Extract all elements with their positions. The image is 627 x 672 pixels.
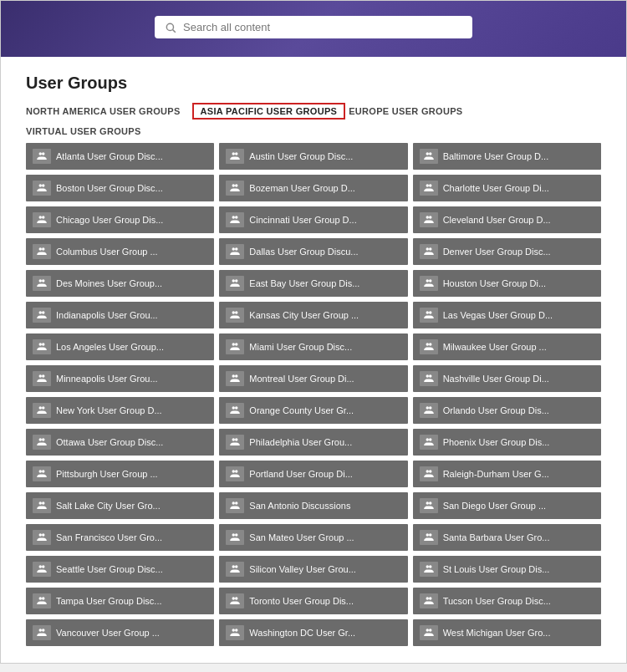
group-icon xyxy=(420,530,438,545)
group-item[interactable]: Charlotte User Group Di... xyxy=(413,175,601,201)
svg-point-64 xyxy=(232,470,236,473)
svg-point-45 xyxy=(42,374,45,378)
group-item[interactable]: Cincinnati User Group D... xyxy=(219,206,407,233)
group-item[interactable]: Toronto User Group Dis... xyxy=(219,588,407,614)
group-label: Miami User Group Disc... xyxy=(249,342,352,352)
group-item[interactable]: San Antonio Discussions xyxy=(219,492,407,519)
group-item[interactable]: Denver User Group Disc... xyxy=(413,238,601,265)
group-item[interactable]: Milwaukee User Group ... xyxy=(413,333,601,360)
group-label: Orlando User Group Dis... xyxy=(443,405,549,415)
svg-point-54 xyxy=(426,406,429,410)
svg-point-8 xyxy=(39,184,43,187)
group-label: Dallas User Group Discu... xyxy=(249,247,358,257)
group-item[interactable]: San Mateo User Group ... xyxy=(219,524,407,551)
group-icon xyxy=(226,625,244,640)
group-item[interactable]: Vancouver User Group ... xyxy=(26,619,214,646)
header xyxy=(1,1,626,57)
group-item[interactable]: Philadelphia User Grou... xyxy=(219,429,407,456)
svg-point-74 xyxy=(39,533,43,537)
group-item[interactable]: Washington DC User Gr... xyxy=(219,619,407,646)
svg-point-50 xyxy=(39,406,43,410)
group-item[interactable]: East Bay User Group Dis... xyxy=(219,270,407,297)
group-item[interactable]: Chicago User Group Dis... xyxy=(26,206,214,233)
group-icon xyxy=(33,339,51,354)
svg-point-52 xyxy=(232,406,236,410)
svg-point-20 xyxy=(39,247,43,251)
group-item[interactable]: Cleveland User Group D... xyxy=(413,206,601,233)
search-input[interactable] xyxy=(183,21,462,33)
group-item[interactable]: Indianapolis User Grou... xyxy=(26,302,214,328)
group-item[interactable]: San Francisco User Gro... xyxy=(26,524,214,551)
svg-point-51 xyxy=(42,406,45,410)
group-icon xyxy=(33,466,51,481)
group-item[interactable]: Las Vegas User Group D... xyxy=(413,302,601,328)
group-item[interactable]: Austin User Group Disc... xyxy=(219,143,407,170)
group-item[interactable]: Des Moines User Group... xyxy=(26,270,214,297)
group-item[interactable]: Atlanta User Group Disc... xyxy=(26,143,214,170)
group-label: Las Vegas User Group D... xyxy=(443,310,553,320)
group-item[interactable]: Seattle User Group Disc... xyxy=(26,556,214,583)
group-item[interactable]: Portland User Group Di... xyxy=(219,461,407,487)
svg-point-90 xyxy=(426,597,429,600)
svg-point-35 xyxy=(235,311,238,314)
group-label: Cincinnati User Group D... xyxy=(249,215,356,225)
svg-point-80 xyxy=(39,565,43,568)
tab-virtual[interactable]: VIRTUAL USER GROUPS xyxy=(26,123,150,140)
group-item[interactable]: New York User Group D... xyxy=(26,397,214,424)
group-item[interactable]: Pittsburgh User Group ... xyxy=(26,461,214,487)
group-icon xyxy=(226,371,244,386)
group-item[interactable]: Montreal User Group Di... xyxy=(219,365,407,392)
group-item[interactable]: Nashville User Group Di... xyxy=(413,365,601,392)
group-item[interactable]: Santa Barbara User Gro... xyxy=(413,524,601,551)
group-item[interactable]: Los Angeles User Group... xyxy=(26,333,214,360)
group-label: Columbus User Group ... xyxy=(56,247,158,257)
group-label: Silicon Valley User Grou... xyxy=(249,564,356,574)
group-item[interactable]: Tucson User Group Disc... xyxy=(413,588,601,614)
group-item[interactable]: Silicon Valley User Grou... xyxy=(219,556,407,583)
group-item[interactable]: Tampa User Group Disc... xyxy=(26,588,214,614)
svg-point-21 xyxy=(42,247,45,251)
svg-point-14 xyxy=(39,216,43,219)
group-item[interactable]: Dallas User Group Discu... xyxy=(219,238,407,265)
group-icon xyxy=(226,181,244,196)
svg-point-89 xyxy=(235,597,238,600)
group-item[interactable]: West Michigan User Gro... xyxy=(413,619,601,646)
group-label: Toronto User Group Dis... xyxy=(249,596,354,606)
group-icon xyxy=(33,276,51,291)
svg-point-43 xyxy=(429,343,432,346)
group-icon xyxy=(226,339,244,354)
group-item[interactable]: San Diego User Group ... xyxy=(413,492,601,519)
group-item[interactable]: Kansas City User Group ... xyxy=(219,302,407,328)
group-item[interactable]: Salt Lake City User Gro... xyxy=(26,492,214,519)
tab-asia-pacific[interactable]: ASIA PACIFIC USER GROUPS xyxy=(192,103,346,120)
group-label: Tampa User Group Disc... xyxy=(56,596,162,606)
group-item[interactable]: Boston User Group Disc... xyxy=(26,175,214,201)
group-item[interactable]: Orange County User Gr... xyxy=(219,397,407,424)
svg-point-30 xyxy=(426,279,429,283)
group-item[interactable]: Bozeman User Group D... xyxy=(219,175,407,201)
group-item[interactable]: Raleigh-Durham User G... xyxy=(413,461,601,487)
group-label: Denver User Group Disc... xyxy=(443,247,551,257)
group-item[interactable]: Baltimore User Group D... xyxy=(413,143,601,170)
svg-point-57 xyxy=(42,438,45,441)
group-item[interactable]: Ottawa User Group Disc... xyxy=(26,429,214,456)
group-item[interactable]: Phoenix User Group Dis... xyxy=(413,429,601,456)
group-item[interactable]: Miami User Group Disc... xyxy=(219,333,407,360)
tab-north-america[interactable]: NORTH AMERICA USER GROUPS xyxy=(26,103,189,120)
group-item[interactable]: Orlando User Group Dis... xyxy=(413,397,601,424)
group-item[interactable]: Houston User Group Di... xyxy=(413,270,601,297)
svg-point-29 xyxy=(235,279,238,283)
group-label: Nashville User Group Di... xyxy=(443,374,549,384)
tab-europe[interactable]: EUROPE USER GROUPS xyxy=(349,103,471,120)
search-bar[interactable] xyxy=(155,16,472,38)
group-label: Los Angeles User Group... xyxy=(56,342,164,352)
group-item[interactable]: Columbus User Group ... xyxy=(26,238,214,265)
svg-point-76 xyxy=(232,533,236,537)
page-title: User Groups xyxy=(26,74,601,93)
group-label: San Francisco User Gro... xyxy=(56,532,162,542)
group-icon xyxy=(226,466,244,481)
group-item[interactable]: St Louis User Group Dis... xyxy=(413,556,601,583)
group-item[interactable]: Minneapolis User Grou... xyxy=(26,365,214,392)
group-icon xyxy=(226,593,244,608)
svg-point-24 xyxy=(426,247,429,251)
